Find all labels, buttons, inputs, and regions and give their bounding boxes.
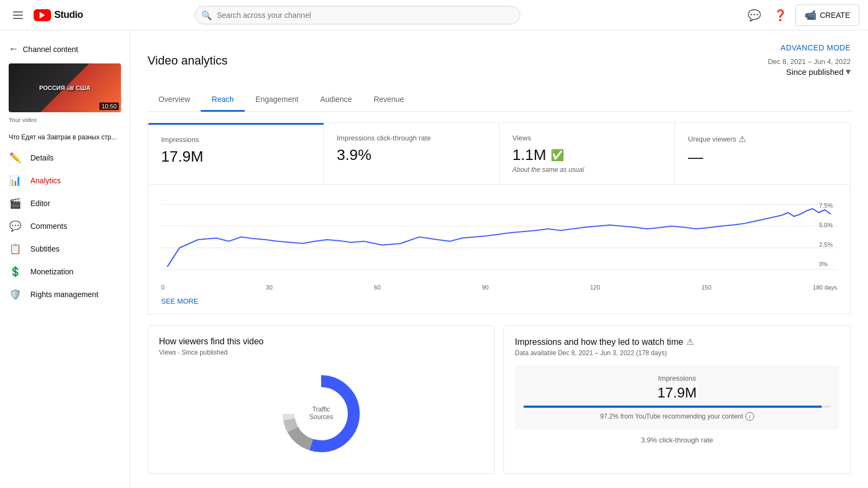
editor-icon: 🎬 xyxy=(9,197,22,209)
header-right: ADVANCED MODE Dec 8, 2021 – Jun 4, 2022 … xyxy=(768,43,851,78)
line-chart xyxy=(161,194,837,280)
video-thumbnail[interactable]: РОССИЯ 🇺🇸 США 10:50 xyxy=(9,63,121,112)
search-input[interactable] xyxy=(195,6,520,24)
video-title: Что Едят на Завтрак в разных стр... xyxy=(0,130,130,144)
donut-text-line1: Traffic xyxy=(312,406,330,413)
details-icon: ✏️ xyxy=(9,152,22,164)
your-video-label: Your video xyxy=(0,117,130,130)
impressions-watch-card: Impressions and how they led to watch ti… xyxy=(503,325,851,474)
impressions-section-value: 17.9M xyxy=(524,384,831,401)
channel-content-label: Channel content xyxy=(23,45,78,54)
sidebar-item-subtitles[interactable]: 📋 Subtitles xyxy=(0,237,130,260)
advanced-mode-button[interactable]: ADVANCED MODE xyxy=(781,43,851,52)
impressions-card-subtitle: Data available Dec 8, 2021 – Jun 3, 2022… xyxy=(515,349,839,357)
check-icon: ✅ xyxy=(551,149,564,162)
metrics-row: Impressions 17.9M Impressions click-thro… xyxy=(148,123,851,185)
donut-chart-container: Traffic Sources xyxy=(159,365,483,463)
bottom-cards: How viewers find this video Views · Sinc… xyxy=(148,325,851,474)
metric-ctr[interactable]: Impressions click-through rate 3.9% xyxy=(324,123,500,184)
sidebar-item-label-rights: Rights management xyxy=(30,290,98,299)
impressions-pct-text: 97.2% from YouTube recommending your con… xyxy=(524,412,831,421)
views-value: 1.1M ✅ xyxy=(513,146,662,164)
analytics-icon: 📊 xyxy=(9,175,22,187)
chevron-down-icon: ▾ xyxy=(846,66,851,78)
create-label: CREATE xyxy=(820,11,850,20)
sidebar-item-label-subtitles: Subtitles xyxy=(30,245,60,253)
menu-button[interactable] xyxy=(9,5,27,25)
metric-unique-viewers[interactable]: Unique viewers ⚠ — xyxy=(675,123,850,184)
tab-reach[interactable]: Reach xyxy=(201,88,244,112)
chart-y-labels: 7.5% 5.0% 2.5% 0% xyxy=(819,202,833,267)
sidebar-item-analytics[interactable]: 📊 Analytics xyxy=(0,169,130,192)
impressions-value: 17.9M xyxy=(161,148,310,165)
messages-button[interactable]: 💬 xyxy=(743,4,765,26)
top-nav: Studio 🔍 💬 ❓ 📹 CREATE xyxy=(0,0,868,30)
ctr-label: Impressions click-through rate xyxy=(337,134,486,142)
help-button[interactable]: ❓ xyxy=(769,4,791,26)
search-icon: 🔍 xyxy=(201,10,212,20)
impressions-section-label: Impressions xyxy=(524,374,831,382)
back-button[interactable]: ← Channel content xyxy=(0,39,130,59)
sidebar-item-monetization[interactable]: 💲 Monetization xyxy=(0,260,130,283)
search-bar: 🔍 xyxy=(195,6,520,24)
video-duration: 10:50 xyxy=(99,102,119,110)
tab-revenue[interactable]: Revenue xyxy=(363,88,415,112)
nav-actions: 💬 ❓ 📹 CREATE xyxy=(743,4,859,26)
chart-x-labels: 0 30 60 90 120 150 180 days xyxy=(161,282,837,291)
warning-icon-2: ⚠ xyxy=(686,337,694,347)
warning-icon: ⚠ xyxy=(738,134,746,144)
create-button[interactable]: 📹 CREATE xyxy=(795,4,859,26)
unique-viewers-label: Unique viewers ⚠ xyxy=(688,134,837,144)
camera-icon: 📹 xyxy=(805,9,816,21)
sidebar: ← Channel content РОССИЯ 🇺🇸 США 10:50 Yo… xyxy=(0,30,130,488)
main-content: Video analytics ADVANCED MODE Dec 8, 202… xyxy=(130,30,868,488)
logo[interactable]: Studio xyxy=(34,9,83,21)
youtube-logo-icon xyxy=(34,9,51,21)
page-header: Video analytics ADVANCED MODE Dec 8, 202… xyxy=(148,43,851,78)
layout: ← Channel content РОССИЯ 🇺🇸 США 10:50 Yo… xyxy=(0,30,868,488)
tab-audience[interactable]: Audience xyxy=(309,88,362,112)
chart-container: 7.5% 5.0% 2.5% 0% 0 30 60 90 120 150 180… xyxy=(148,185,851,314)
sidebar-nav: ✏️ Details 📊 Analytics 🎬 Editor 💬 Commen… xyxy=(0,146,130,306)
sidebar-item-label-analytics: Analytics xyxy=(30,176,61,185)
monetization-icon: 💲 xyxy=(9,266,22,278)
tab-overview[interactable]: Overview xyxy=(148,88,201,112)
comments-icon: 💬 xyxy=(9,220,22,232)
views-note: About the same as usual xyxy=(513,166,662,174)
impressions-bar xyxy=(524,406,831,408)
impressions-card-title: Impressions and how they led to watch ti… xyxy=(515,337,839,347)
sidebar-item-label-details: Details xyxy=(30,153,54,162)
date-range-label: Since published xyxy=(786,67,844,76)
metric-views[interactable]: Views 1.1M ✅ About the same as usual xyxy=(500,123,675,184)
sidebar-item-rights[interactable]: 🛡️ Rights management xyxy=(0,283,130,306)
date-range-selector[interactable]: Since published ▾ xyxy=(786,66,851,78)
ctr-section-label: 3.9% click-through rate xyxy=(515,436,839,444)
logo-text: Studio xyxy=(54,9,83,21)
back-arrow-icon: ← xyxy=(9,43,18,55)
sidebar-item-label-monetization: Monetization xyxy=(30,267,73,276)
donut-chart: Traffic Sources xyxy=(272,365,370,463)
viewers-card-title: How viewers find this video xyxy=(159,337,483,346)
rights-icon: 🛡️ xyxy=(9,288,22,300)
sidebar-item-label-comments: Comments xyxy=(30,222,67,230)
views-label: Views xyxy=(513,134,662,142)
page-title: Video analytics xyxy=(148,54,228,68)
date-range-text: Dec 8, 2021 – Jun 4, 2022 xyxy=(768,57,851,66)
tab-engagement[interactable]: Engagement xyxy=(245,88,309,112)
ctr-value: 3.9% xyxy=(337,146,486,164)
donut-text-line2: Sources xyxy=(309,413,333,421)
sidebar-item-label-editor: Editor xyxy=(30,199,50,208)
sidebar-item-comments[interactable]: 💬 Comments xyxy=(0,215,130,237)
unique-viewers-value: — xyxy=(688,149,837,166)
sidebar-item-details[interactable]: ✏️ Details xyxy=(0,146,130,169)
viewers-card-subtitle: Views · Since published xyxy=(159,349,483,356)
info-icon[interactable]: i xyxy=(745,412,754,421)
sidebar-item-editor[interactable]: 🎬 Editor xyxy=(0,192,130,215)
metric-impressions[interactable]: Impressions 17.9M xyxy=(148,123,324,184)
see-more-link[interactable]: SEE MORE xyxy=(161,291,837,310)
viewers-card: How viewers find this video Views · Sinc… xyxy=(148,325,495,474)
impressions-bar-fill xyxy=(524,406,822,408)
impressions-section: Impressions 17.9M 97.2% from YouTube rec… xyxy=(515,365,839,429)
impressions-label: Impressions xyxy=(161,136,310,144)
analytics-tabs: Overview Reach Engagement Audience Reven… xyxy=(148,88,851,112)
